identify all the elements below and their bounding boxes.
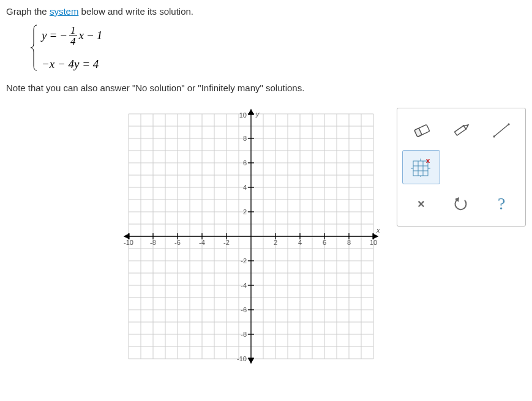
- svg-text:6: 6: [243, 159, 247, 167]
- pencil-icon: [450, 121, 472, 140]
- svg-text:-10: -10: [124, 239, 133, 246]
- svg-text:-2: -2: [241, 257, 247, 264]
- svg-text:2: 2: [274, 239, 277, 246]
- equation-2: −x − 4y = 4: [42, 58, 102, 71]
- svg-text:10: 10: [239, 111, 247, 119]
- svg-text:10: 10: [370, 239, 377, 246]
- svg-text:4: 4: [298, 239, 302, 246]
- svg-text:-8: -8: [241, 331, 247, 338]
- close-tool[interactable]: ×: [402, 187, 440, 221]
- svg-text:2: 2: [243, 208, 247, 215]
- svg-line-95: [494, 124, 509, 137]
- svg-text:-8: -8: [150, 239, 156, 246]
- svg-text:-6: -6: [174, 239, 181, 246]
- graph-canvas[interactable]: -10 -8 -6 -4 -2 2 4 6 8 10 2 4 6 8 10 -2: [122, 108, 380, 365]
- drawing-toolbar: x × ?: [397, 108, 526, 227]
- question-prompt: Graph the system below and write its sol…: [6, 6, 526, 17]
- pencil-tool[interactable]: [443, 113, 481, 148]
- svg-text:8: 8: [347, 239, 351, 246]
- note-text: Note that you can also answer "No soluti…: [6, 83, 526, 93]
- prompt-pre: Graph the: [6, 6, 50, 17]
- svg-text:-6: -6: [241, 306, 247, 313]
- remove-point-tool[interactable]: x: [402, 150, 440, 184]
- svg-text:x: x: [376, 227, 380, 234]
- blank-cell-2: [482, 150, 520, 184]
- svg-text:6: 6: [323, 239, 326, 246]
- eraser-tool[interactable]: [402, 113, 440, 148]
- svg-text:x: x: [426, 157, 430, 164]
- remove-point-icon: x: [411, 157, 432, 177]
- help-icon: ?: [498, 194, 505, 214]
- eraser-icon: [410, 121, 432, 140]
- close-icon: ×: [418, 197, 425, 211]
- svg-text:-2: -2: [223, 239, 230, 246]
- line-icon: [490, 121, 512, 140]
- brace-icon: [28, 24, 39, 72]
- prompt-post: below and write its solution.: [78, 6, 193, 17]
- svg-text:4: 4: [243, 184, 247, 191]
- svg-text:8: 8: [243, 135, 247, 142]
- undo-icon: [452, 195, 470, 212]
- svg-text:-4: -4: [241, 282, 247, 289]
- svg-text:-10: -10: [237, 355, 247, 362]
- help-tool[interactable]: ?: [482, 187, 520, 221]
- equation-1: y = − 1 4 x − 1: [42, 25, 102, 47]
- blank-cell-1: [443, 150, 481, 184]
- equation-system: y = − 1 4 x − 1 −x − 4y = 4: [28, 24, 526, 72]
- line-tool[interactable]: [482, 113, 520, 148]
- svg-text:-4: -4: [199, 239, 205, 246]
- system-link[interactable]: system: [50, 6, 79, 17]
- undo-tool[interactable]: [443, 187, 481, 221]
